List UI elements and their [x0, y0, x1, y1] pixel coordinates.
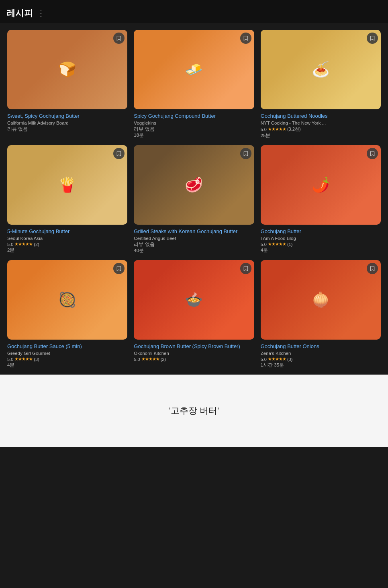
recipe-card[interactable]: 🥘Gochujang Butter Sauce (5 min)Greedy Gi…	[4, 257, 131, 371]
card-source: Greedy Girl Gourmet	[7, 351, 127, 356]
rating-count: (1)	[287, 242, 292, 247]
card-time: 40분	[134, 248, 254, 254]
stars: ★★★★★	[141, 356, 159, 362]
bookmark-button[interactable]	[240, 148, 251, 159]
rating-value: 5.0	[7, 242, 13, 247]
card-time: 4분	[7, 362, 127, 368]
card-source: NYT Cooking - The New York ...	[261, 121, 381, 125]
header: 레시피 ⋮	[0, 0, 388, 23]
rating-value: 5.0	[261, 357, 267, 362]
card-image-wrapper: 🌶️	[261, 145, 381, 225]
rating-count: (3.2천)	[287, 126, 301, 132]
rating-value: 5.0	[7, 357, 13, 362]
rating-row: 5.0★★★★★(3)	[7, 356, 127, 362]
rating-row: 5.0★★★★★(2)	[7, 242, 127, 247]
card-image-wrapper: 🥩	[134, 145, 254, 225]
recipe-card[interactable]: 🌶️Gochujang ButterI Am A Food Blog5.0★★★…	[257, 142, 384, 257]
rating-row: 5.0★★★★★(3)	[261, 356, 381, 362]
card-title: Gochujang Buttered Noodles	[261, 113, 381, 120]
card-image-wrapper: 🥘	[7, 260, 127, 340]
card-title: Sweet, Spicy Gochujang Butter	[7, 113, 127, 120]
card-image: 🧅	[261, 260, 381, 340]
recipe-card[interactable]: 🥩Grilled Steaks with Korean Gochujang Bu…	[131, 142, 257, 257]
card-source: Okonomi Kitchen	[134, 351, 254, 356]
card-image: 🥩	[134, 145, 254, 225]
card-time: 1시간 35분	[261, 362, 381, 368]
header-title: 레시피	[6, 7, 33, 19]
app-container: 레시피 ⋮ 🍞Sweet, Spicy Gochujang ButterCali…	[0, 0, 388, 588]
card-title: Spicy Gochujang Compound Butter	[134, 113, 254, 120]
card-source: California Milk Advisory Board	[7, 121, 127, 125]
card-image: 🍞	[7, 30, 127, 109]
stars: ★★★★★	[268, 242, 286, 247]
rating-count: (2)	[161, 357, 166, 362]
card-source: Seoul Korea Asia	[7, 236, 127, 241]
card-image: 🌶️	[261, 145, 381, 225]
recipe-card[interactable]: 🍝Gochujang Buttered NoodlesNYT Cooking -…	[257, 27, 384, 142]
rating-value: 5.0	[261, 242, 267, 247]
card-time: 2분	[7, 247, 127, 253]
card-title: Grilled Steaks with Korean Gochujang But…	[134, 228, 254, 235]
bookmark-button[interactable]	[367, 148, 378, 159]
recipe-grid: 🍞Sweet, Spicy Gochujang ButterCalifornia…	[0, 23, 388, 375]
stars: ★★★★★	[268, 356, 286, 362]
recipe-card[interactable]: 🧈Spicy Gochujang Compound ButterVeggieki…	[131, 27, 257, 142]
footer-text: '고추장 버터'	[169, 405, 219, 417]
card-title: 5-Minute Gochujang Butter	[7, 228, 127, 235]
rating-count: (3)	[34, 357, 39, 362]
rating-value: 5.0	[134, 357, 140, 362]
card-time: 25분	[261, 133, 381, 139]
card-image: 🧈	[134, 30, 254, 109]
rating-count: (2)	[34, 242, 39, 247]
card-image-wrapper: 🍲	[134, 260, 254, 340]
card-time: 4분	[261, 247, 381, 253]
rating-row: 5.0★★★★★(1)	[261, 242, 381, 247]
card-title: Gochujang Butter Onions	[261, 343, 381, 350]
card-image-wrapper: 🍞	[7, 30, 127, 109]
card-title: Gochujang Butter Sauce (5 min)	[7, 343, 127, 350]
stars: ★★★★★	[268, 127, 286, 132]
card-image-wrapper: 🧅	[261, 260, 381, 340]
stars: ★★★★★	[14, 356, 33, 362]
recipe-card[interactable]: 🍞Sweet, Spicy Gochujang ButterCalifornia…	[4, 27, 131, 142]
card-time: 18분	[134, 132, 254, 138]
card-image-wrapper: 🍟	[7, 145, 127, 225]
rating-value: 5.0	[261, 127, 267, 132]
card-source: Certified Angus Beef	[134, 236, 254, 241]
card-image: 🍟	[7, 145, 127, 225]
card-image: 🍲	[134, 260, 254, 340]
stars: ★★★★★	[14, 242, 33, 247]
no-review-label: 리뷰 없음	[7, 126, 127, 132]
bookmark-button[interactable]	[367, 263, 378, 274]
no-review-label: 리뷰 없음	[134, 126, 254, 132]
card-source: I Am A Food Blog	[261, 236, 381, 241]
card-image: 🥘	[7, 260, 127, 340]
recipe-card[interactable]: 🍟5-Minute Gochujang ButterSeoul Korea As…	[4, 142, 131, 257]
bookmark-button[interactable]	[367, 33, 378, 44]
card-image: 🍝	[261, 30, 381, 109]
card-image-wrapper: 🍝	[261, 30, 381, 109]
rating-row: 5.0★★★★★(3.2천)	[261, 126, 381, 132]
card-source: Zena's Kitchen	[261, 351, 381, 356]
no-review-label: 리뷰 없음	[134, 242, 254, 248]
recipe-card[interactable]: 🍲Gochujang Brown Butter (Spicy Brown But…	[131, 257, 257, 371]
footer-section: '고추장 버터'	[0, 375, 388, 447]
card-title: Gochujang Brown Butter (Spicy Brown Butt…	[134, 343, 254, 350]
card-title: Gochujang Butter	[261, 228, 381, 235]
card-image-wrapper: 🧈	[134, 30, 254, 109]
rating-row: 5.0★★★★★(2)	[134, 356, 254, 362]
bookmark-button[interactable]	[240, 33, 251, 44]
bookmark-button[interactable]	[240, 263, 251, 274]
card-source: Veggiekins	[134, 121, 254, 125]
rating-count: (3)	[287, 357, 292, 362]
menu-icon[interactable]: ⋮	[37, 8, 45, 18]
recipe-card[interactable]: 🧅Gochujang Butter OnionsZena's Kitchen5.…	[257, 257, 384, 371]
